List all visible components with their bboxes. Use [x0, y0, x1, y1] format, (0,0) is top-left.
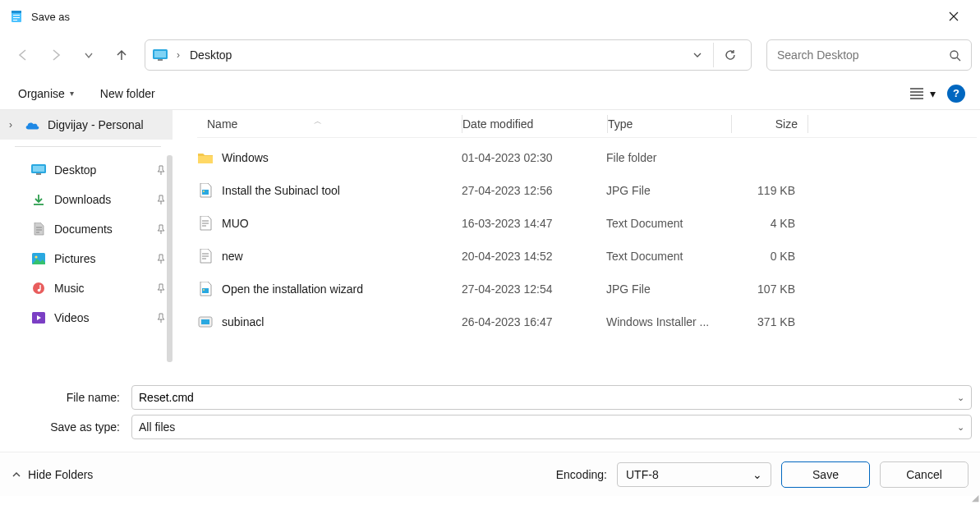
pin-icon: [156, 195, 166, 204]
file-type-icon: [197, 215, 214, 232]
sidebar-onedrive-personal[interactable]: › Digvijay - Personal: [0, 110, 173, 140]
svg-rect-10: [33, 166, 44, 172]
search-icon: [949, 49, 961, 62]
saveastype-combo[interactable]: All files ⌄: [131, 415, 972, 439]
caret-down-icon: ▾: [70, 89, 74, 98]
svg-point-8: [950, 51, 958, 58]
videos-icon: [31, 310, 46, 325]
svg-point-13: [35, 255, 37, 258]
file-type-icon: [197, 281, 214, 297]
documents-icon: [31, 222, 46, 236]
onedrive-icon: [25, 117, 39, 132]
pictures-icon: [31, 251, 46, 266]
svg-point-18: [203, 191, 205, 192]
forward-button[interactable]: [41, 40, 71, 70]
sidebar-item-label: Videos: [54, 311, 90, 324]
encoding-label: Encoding:: [556, 468, 607, 481]
svg-rect-2: [13, 15, 20, 16]
filename-input[interactable]: [139, 391, 952, 404]
search-input[interactable]: [777, 48, 949, 62]
col-date-header[interactable]: Date modified: [462, 117, 607, 131]
chevron-down-icon[interactable]: ⌄: [952, 393, 964, 403]
pin-icon: [156, 224, 166, 234]
breadcrumb-desktop[interactable]: Desktop: [185, 45, 237, 65]
address-bar[interactable]: › Desktop: [145, 39, 752, 71]
toolbar: Organise▾ New folder ▾ ?: [0, 77, 980, 110]
sidebar-item-documents[interactable]: Documents: [0, 214, 173, 244]
file-type-icon: [197, 182, 214, 199]
hide-folders-label: Hide Folders: [28, 468, 93, 481]
organise-label: Organise: [18, 87, 65, 100]
music-icon: [31, 281, 46, 296]
save-fields: File name: ⌄ Save as type: All files ⌄: [0, 373, 980, 447]
search-box[interactable]: [766, 39, 972, 71]
chevron-down-icon[interactable]: ⌄: [952, 422, 964, 433]
sidebar-item-pictures[interactable]: Pictures: [0, 244, 173, 273]
address-history-button[interactable]: [685, 43, 710, 67]
file-row[interactable]: Install the Subinacl tool27-04-2023 12:5…: [197, 174, 977, 207]
svg-rect-3: [13, 17, 20, 18]
close-button[interactable]: [937, 0, 970, 33]
hide-folders-button[interactable]: Hide Folders: [12, 468, 93, 481]
file-name: Install the Subinacl tool: [222, 184, 340, 197]
nav-row: › Desktop: [0, 33, 980, 77]
file-date: 20-04-2023 14:52: [462, 250, 606, 263]
file-rows: Windows01-04-2023 02:30File folderInstal…: [197, 138, 977, 338]
svg-rect-4: [13, 20, 17, 21]
file-date: 26-04-2023 16:47: [462, 315, 606, 328]
svg-rect-17: [202, 190, 209, 195]
file-type: Text Document: [606, 250, 729, 263]
desktop-icon: [31, 163, 46, 177]
file-type-icon: [197, 248, 214, 264]
sort-asc-icon: ︿: [314, 116, 322, 127]
sidebar-item-music[interactable]: Music: [0, 273, 173, 303]
cancel-button[interactable]: Cancel: [880, 461, 968, 488]
file-row[interactable]: new20-04-2023 14:52Text Document0 KB: [197, 240, 977, 273]
pin-icon: [156, 313, 166, 323]
sidebar-item-desktop[interactable]: Desktop: [0, 155, 173, 185]
new-folder-button[interactable]: New folder: [97, 84, 159, 103]
body: › Digvijay - Personal Desktop Downloads …: [0, 110, 980, 373]
list-view-icon: [910, 88, 923, 99]
encoding-value: UTF-8: [626, 468, 752, 481]
view-options-button[interactable]: ▾: [910, 87, 936, 100]
filename-combo[interactable]: ⌄: [131, 385, 972, 410]
new-folder-label: New folder: [100, 87, 155, 100]
chevron-down-icon[interactable]: ⌄: [752, 468, 762, 481]
column-headers: Name︿ Date modified Type Size: [197, 110, 977, 138]
organise-menu[interactable]: Organise▾: [15, 84, 77, 103]
desktop-location-icon: [150, 45, 170, 65]
svg-rect-7: [158, 59, 163, 61]
up-button[interactable]: [107, 40, 136, 70]
col-size-header[interactable]: Size: [732, 117, 807, 131]
back-button[interactable]: [8, 40, 38, 70]
sidebar-item-downloads[interactable]: Downloads: [0, 185, 173, 214]
file-type: File folder: [606, 151, 729, 164]
saveastype-value: All files: [139, 420, 952, 434]
file-row[interactable]: Open the installation wizard27-04-2023 1…: [197, 273, 977, 305]
file-size: 119 KB: [729, 184, 805, 197]
svg-point-20: [203, 289, 205, 291]
svg-point-14: [33, 282, 44, 294]
file-date: 01-04-2023 02:30: [462, 151, 606, 164]
file-row[interactable]: MUO16-03-2023 14:47Text Document4 KB: [197, 207, 977, 240]
save-button[interactable]: Save: [781, 461, 870, 488]
notepad-icon: [10, 10, 23, 23]
resize-grip-icon[interactable]: ◢: [972, 493, 978, 503]
file-row[interactable]: subinacl26-04-2023 16:47Windows Installe…: [197, 305, 977, 338]
col-type-header[interactable]: Type: [608, 117, 731, 131]
sidebar-item-label: Downloads: [54, 193, 111, 206]
file-type-icon: [197, 149, 214, 166]
refresh-button[interactable]: [713, 43, 746, 67]
col-name-header[interactable]: Name︿: [197, 117, 462, 131]
encoding-combo[interactable]: UTF-8 ⌄: [617, 462, 771, 487]
downloads-icon: [31, 192, 46, 207]
caret-down-icon: ▾: [930, 87, 936, 100]
help-button[interactable]: ?: [947, 85, 965, 103]
sidebar-item-videos[interactable]: Videos: [0, 303, 173, 333]
file-row[interactable]: Windows01-04-2023 02:30File folder: [197, 141, 977, 174]
file-date: 27-04-2023 12:54: [462, 282, 606, 296]
file-size: 0 KB: [729, 250, 805, 263]
pin-icon: [156, 254, 166, 264]
recent-locations-button[interactable]: [74, 40, 104, 70]
